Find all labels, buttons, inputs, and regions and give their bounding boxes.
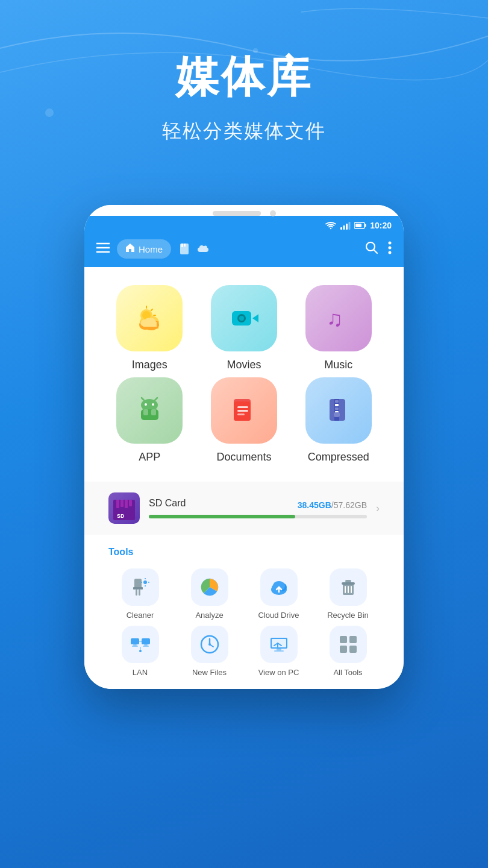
phone-top-bar	[84, 205, 404, 216]
sd-card-name: SD Card	[149, 498, 186, 509]
cleaner-icon	[130, 576, 151, 598]
tool-cleaner[interactable]: Cleaner	[108, 568, 172, 620]
new-files-icon-wrap	[191, 626, 228, 663]
svg-rect-5	[365, 224, 366, 227]
home-label: Home	[139, 244, 163, 254]
view-on-pc-label: View on PC	[258, 668, 299, 677]
svg-point-15	[389, 241, 392, 244]
new-files-label: New Files	[192, 668, 227, 677]
svg-rect-44	[151, 409, 156, 415]
svg-rect-48	[237, 410, 248, 412]
lan-icon-wrap	[122, 626, 159, 663]
svg-text:♫: ♫	[327, 306, 343, 331]
svg-rect-104	[349, 636, 357, 643]
lan-icon	[130, 634, 151, 655]
tool-new-files[interactable]: New Files	[178, 626, 241, 677]
tools-section: Tools	[84, 535, 404, 689]
music-icon-wrap: ♫	[305, 285, 372, 351]
svg-rect-106	[349, 646, 357, 653]
images-icon-wrap	[116, 285, 183, 351]
sd-storage-info: 38.45GB/57.62GB	[298, 500, 367, 510]
page-subtitle: 轻松分类媒体文件	[0, 118, 488, 145]
search-icon[interactable]	[365, 241, 378, 257]
svg-rect-90	[143, 646, 149, 647]
svg-rect-56	[334, 412, 340, 417]
tool-cloud-drive[interactable]: Cloud Drive	[247, 568, 310, 620]
documents-icon-wrap	[211, 377, 277, 444]
svg-rect-47	[237, 406, 248, 408]
media-item-movies[interactable]: Movies	[203, 285, 286, 371]
nav-extra-icons	[178, 243, 210, 255]
tools-section-label: Tools	[108, 547, 380, 558]
svg-text:SD: SD	[117, 513, 125, 519]
images-icon	[133, 302, 166, 335]
svg-rect-86	[133, 644, 137, 646]
phone-speaker	[213, 211, 261, 216]
svg-rect-52	[335, 400, 339, 403]
svg-rect-85	[131, 638, 139, 644]
svg-point-38	[145, 403, 147, 406]
media-item-app[interactable]: APP	[108, 377, 191, 464]
documents-label: Documents	[216, 451, 271, 464]
tool-analyze[interactable]: Analyze	[178, 568, 241, 620]
svg-point-39	[152, 403, 154, 406]
sd-storage-bar	[149, 515, 367, 518]
app-label: APP	[139, 451, 160, 464]
media-item-images[interactable]: Images	[108, 285, 191, 371]
svg-line-14	[374, 250, 378, 253]
media-grid: Images Movies	[108, 285, 380, 464]
svg-rect-101	[274, 650, 284, 652]
status-icons: 10:20	[325, 221, 392, 230]
all-tools-icon	[337, 634, 359, 655]
movies-label: Movies	[227, 359, 261, 371]
tool-all-tools[interactable]: All Tools	[316, 626, 380, 677]
svg-rect-67	[139, 590, 140, 596]
svg-rect-81	[345, 580, 351, 582]
battery-icon	[354, 221, 366, 230]
tool-lan[interactable]: LAN	[108, 626, 172, 677]
movies-icon-wrap	[211, 285, 277, 351]
new-files-icon	[199, 634, 221, 655]
svg-rect-61	[125, 500, 128, 508]
tools-grid: Cleaner Analyze	[108, 568, 380, 677]
cloud-nav-icon[interactable]	[196, 244, 210, 254]
sd-card-icon: SD	[108, 492, 140, 524]
tool-view-on-pc[interactable]: View on PC	[247, 626, 310, 677]
svg-line-40	[142, 398, 144, 400]
phone-camera	[270, 210, 276, 216]
music-icon: ♫	[322, 302, 355, 335]
compressed-icon-wrap	[305, 377, 372, 444]
movies-icon	[227, 302, 260, 335]
svg-rect-88	[142, 638, 150, 644]
signal-icon	[340, 221, 351, 230]
status-time: 10:20	[370, 221, 392, 230]
cleaner-icon-wrap	[122, 568, 159, 606]
media-item-music[interactable]: ♫ Music	[297, 285, 380, 371]
menu-icon[interactable]	[96, 241, 110, 257]
svg-point-68	[143, 580, 147, 584]
svg-rect-29	[143, 322, 157, 327]
svg-rect-89	[144, 644, 148, 646]
svg-rect-3	[349, 222, 351, 230]
media-item-compressed[interactable]: Compressed	[297, 377, 380, 464]
cloud-drive-icon	[268, 576, 290, 598]
all-tools-icon-wrap	[330, 626, 367, 663]
cloud-drive-label: Cloud Drive	[258, 611, 299, 620]
tool-recycle-bin[interactable]: Recycle Bin	[316, 568, 380, 620]
svg-line-97	[210, 644, 213, 647]
recycle-bin-label: Recycle Bin	[327, 611, 369, 620]
media-item-documents[interactable]: Documents	[203, 377, 286, 464]
sd-card-section[interactable]: SD SD Card 38.45GB/57.62GB ›	[84, 482, 404, 535]
svg-rect-105	[340, 646, 347, 653]
svg-rect-1	[343, 225, 345, 230]
home-breadcrumb[interactable]: Home	[117, 239, 171, 259]
svg-rect-65	[133, 587, 143, 590]
more-icon[interactable]	[388, 241, 392, 257]
sd-nav-icon[interactable]	[178, 243, 190, 255]
app-icon-wrap	[116, 377, 183, 444]
svg-point-17	[389, 251, 392, 254]
svg-rect-80	[342, 582, 355, 585]
svg-point-35	[239, 316, 244, 321]
compressed-icon	[322, 394, 355, 427]
phone-mockup: 10:20 Home	[84, 205, 404, 689]
